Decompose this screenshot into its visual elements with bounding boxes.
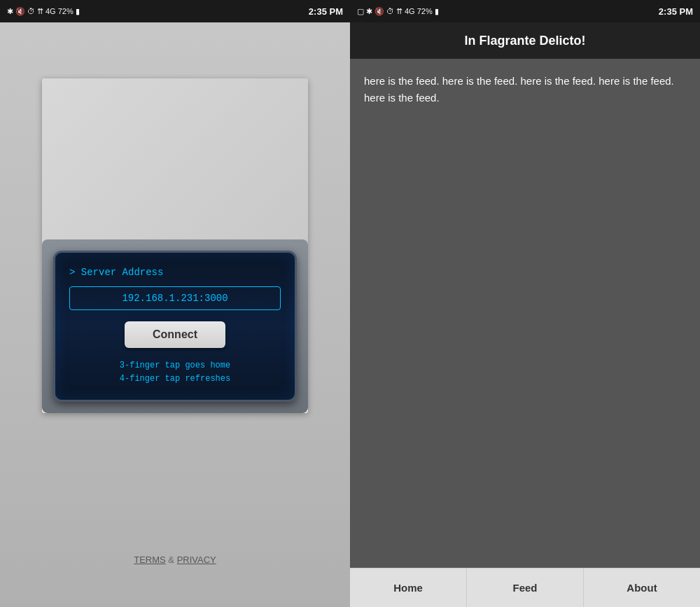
terms-link[interactable]: TERMS <box>134 554 166 565</box>
status-icons-right: ▢ ✱ 🔇 ⏱ ⇈ 4G 72% ▮ <box>357 7 439 16</box>
hint-line-2: 4-finger tap refreshes <box>69 372 281 386</box>
app-bar: In Flagrante Delicto! <box>350 22 700 59</box>
battery-pct: 72% <box>58 7 74 15</box>
privacy-link[interactable]: PRIVACY <box>177 554 216 565</box>
volume-icon: 🔇 <box>15 7 25 16</box>
feed-text: here is the feed. here is the feed. here… <box>364 73 686 106</box>
nav-home[interactable]: Home <box>350 568 467 607</box>
terms-bar: TERMS & PRIVACY <box>0 554 350 565</box>
status-icons-left: ✱ 🔇 ⏱ ⇈ 4G 72% ▮ <box>7 7 80 16</box>
status-time-right: 2:35 PM <box>659 6 693 17</box>
terminal-bezel: > Server Address Connect 3-finger tap go… <box>42 239 308 413</box>
status-bar-left: ✱ 🔇 ⏱ ⇈ 4G 72% ▮ 2:35 PM <box>0 0 350 22</box>
wifi-icon-r: ⇈ <box>396 7 402 16</box>
server-address-label: > Server Address <box>69 267 281 278</box>
wifi-icon: ⇈ <box>37 7 43 16</box>
bottom-nav: Home Feed About <box>350 568 700 607</box>
terminal-screen: > Server Address Connect 3-finger tap go… <box>53 251 297 402</box>
signal-icon: 4G <box>46 7 56 15</box>
bluetooth-icon: ✱ <box>7 7 13 16</box>
battery-icon-r: ▮ <box>435 7 439 16</box>
volume-icon-r: 🔇 <box>374 7 384 16</box>
status-time-left: 2:35 PM <box>309 6 343 17</box>
battery-icon: ▮ <box>76 7 80 16</box>
ampersand: & <box>168 554 174 565</box>
nav-feed[interactable]: Feed <box>467 568 584 607</box>
card-image-area <box>42 78 308 246</box>
status-bar-right: ▢ ✱ 🔇 ⏱ ⇈ 4G 72% ▮ 2:35 PM <box>350 0 700 22</box>
alarm-icon: ⏱ <box>27 7 35 15</box>
left-panel: ✱ 🔇 ⏱ ⇈ 4G 72% ▮ 2:35 PM > Server Addres… <box>0 0 350 607</box>
image-placeholder <box>42 78 308 246</box>
right-content: here is the feed. here is the feed. here… <box>350 59 700 568</box>
app-title: In Flagrante Delicto! <box>464 34 585 48</box>
server-address-input[interactable] <box>69 286 281 310</box>
signal-icon-r: 4G <box>405 7 415 15</box>
card-area: > Server Address Connect 3-finger tap go… <box>42 78 308 413</box>
alarm-icon-r: ⏱ <box>386 7 394 15</box>
bluetooth-icon-r: ✱ <box>366 7 372 16</box>
hint-line-1: 3-finger tap goes home <box>69 359 281 372</box>
right-panel: ▢ ✱ 🔇 ⏱ ⇈ 4G 72% ▮ 2:35 PM In Flagrante … <box>350 0 700 607</box>
nav-about[interactable]: About <box>584 568 700 607</box>
connect-button[interactable]: Connect <box>125 321 225 348</box>
image-icon: ▢ <box>357 7 364 16</box>
terminal-hints: 3-finger tap goes home 4-finger tap refr… <box>69 359 281 386</box>
battery-pct-r: 72% <box>417 7 433 15</box>
